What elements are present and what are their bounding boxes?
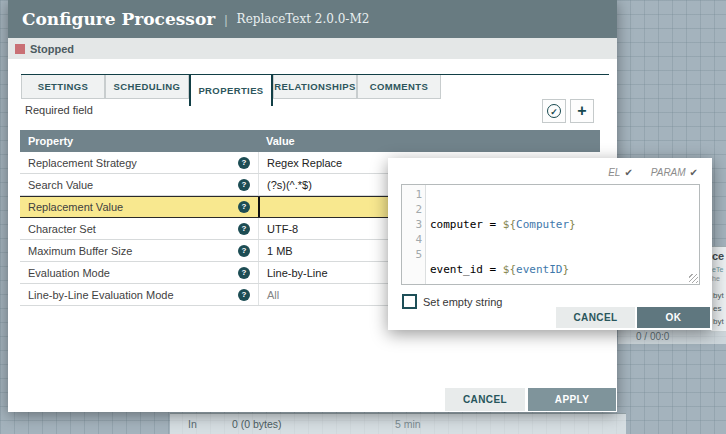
dialog-title: Configure Processor: [22, 9, 215, 29]
code-line: event_id = ${eventID}: [430, 262, 699, 277]
processor-stats-band: In 0 (0 bytes) 5 min: [170, 413, 626, 434]
property-label: Line-by-Line Evaluation Mode: [28, 289, 174, 301]
status-bar: Stopped: [8, 38, 617, 59]
processor-tasks-fragment: 0 / 00:0: [636, 331, 669, 342]
help-icon[interactable]: ?: [238, 289, 250, 301]
required-field-label: Required field: [25, 104, 93, 116]
line-number: 4: [402, 232, 422, 247]
plus-icon: +: [577, 103, 586, 119]
table-header-value: Value: [258, 135, 600, 147]
property-label: Replacement Value: [28, 201, 123, 213]
tab-scheduling[interactable]: SCHEDULING: [105, 75, 189, 99]
line-number: 1: [402, 187, 422, 202]
resize-handle-icon[interactable]: [689, 274, 698, 283]
table-header: Property Value: [20, 130, 600, 152]
cancel-button[interactable]: CANCEL: [445, 388, 525, 411]
add-property-button[interactable]: +: [570, 99, 594, 123]
editor-cancel-button[interactable]: CANCEL: [556, 307, 635, 328]
code-area: computer = ${Computer} event_id = ${even…: [426, 185, 699, 284]
property-label: Evaluation Mode: [28, 267, 110, 279]
el-editor-textarea[interactable]: 1 2 3 4 5 computer = ${Computer} event_i…: [401, 184, 700, 285]
line-number: 3: [402, 217, 422, 232]
nifi-canvas: { "dialog": { "title": "Configure Proces…: [0, 0, 726, 434]
help-icon[interactable]: ?: [238, 201, 250, 213]
property-label: Character Set: [28, 223, 96, 235]
tab-comments[interactable]: COMMENTS: [357, 75, 441, 99]
title-divider: |: [224, 12, 227, 27]
help-icon[interactable]: ?: [238, 223, 250, 235]
dialog-header: Configure Processor | ReplaceText 2.0.0-…: [8, 0, 617, 38]
set-empty-string-checkbox[interactable]: [402, 294, 417, 309]
circle-check-icon: ✓: [547, 104, 561, 118]
set-empty-string-row: Set empty string: [402, 294, 502, 309]
el-badge: EL ✔: [608, 167, 633, 178]
processor-stat-fragment: byt: [713, 291, 724, 300]
line-number: 5: [402, 247, 422, 262]
processor-bundle-fragment: he: [712, 275, 720, 282]
processor-type-fragment: eTe: [712, 266, 723, 273]
processor-stat-fragment: byt: [713, 317, 724, 326]
value-editor-popup: EL ✔ PARAM ✔ 1 2 3 4 5 computer = ${Comp…: [388, 158, 712, 330]
table-header-property: Property: [20, 135, 258, 147]
verify-properties-button[interactable]: ✓: [542, 99, 566, 123]
editor-ok-button[interactable]: OK: [637, 307, 710, 328]
stats-in-label: In: [188, 418, 197, 430]
help-icon[interactable]: ?: [238, 267, 250, 279]
help-icon[interactable]: ?: [238, 157, 250, 169]
tab-relationships[interactable]: RELATIONSHIPS: [273, 75, 357, 99]
code-line: computer = ${Computer}: [430, 217, 699, 232]
check-icon: ✔: [690, 167, 698, 178]
properties-toolbar: ✓ +: [542, 99, 594, 123]
tab-settings[interactable]: SETTINGS: [21, 75, 105, 99]
property-label: Replacement Strategy: [28, 157, 137, 169]
editor-badges: EL ✔ PARAM ✔: [608, 167, 698, 178]
tab-properties[interactable]: PROPERTIES: [189, 75, 273, 106]
tab-bar: SETTINGS SCHEDULING PROPERTIES RELATIONS…: [21, 74, 609, 106]
property-label: Search Value: [28, 179, 93, 191]
check-icon: ✔: [624, 167, 632, 178]
dialog-subtitle: ReplaceText 2.0.0-M2: [237, 12, 370, 26]
param-badge: PARAM ✔: [651, 167, 698, 178]
apply-button[interactable]: APPLY: [528, 388, 616, 411]
stats-window-label: 5 min: [395, 418, 421, 430]
line-numbers: 1 2 3 4 5: [402, 185, 426, 284]
help-icon[interactable]: ?: [238, 179, 250, 191]
checkbox-label: Set empty string: [423, 296, 502, 308]
processor-name-fragment: ce: [712, 250, 724, 262]
line-number: 2: [402, 202, 422, 217]
property-label: Maximum Buffer Size: [28, 245, 132, 257]
stopped-icon: [15, 44, 25, 54]
help-icon[interactable]: ?: [238, 245, 250, 257]
background-processor-card-bottom: [618, 330, 726, 344]
processor-stat-fragment: es: [713, 304, 721, 313]
stats-in-value: 0 (0 bytes): [232, 418, 282, 430]
status-label: Stopped: [30, 43, 74, 55]
